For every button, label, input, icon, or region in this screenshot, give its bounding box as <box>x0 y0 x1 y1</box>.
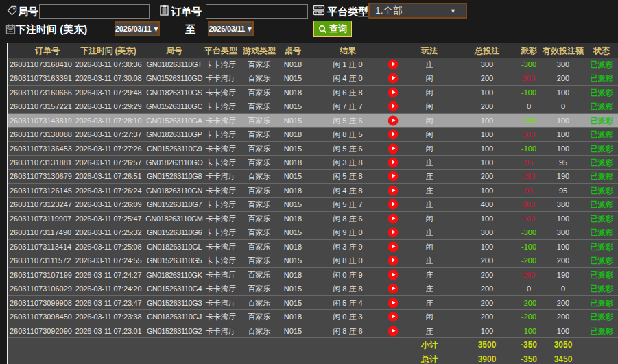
cell-bet: 200 <box>481 284 493 293</box>
total-label: 总计 <box>421 353 438 364</box>
cell-round: GN015263110G4 <box>147 284 202 293</box>
cell-order: 260311073092090 <box>10 327 72 335</box>
cell-bet: 200 <box>481 313 493 321</box>
cell-play: 闲 <box>426 143 433 154</box>
header-payout: 派彩 <box>521 45 537 56</box>
cell-round: GN018263110GK <box>146 271 202 279</box>
play-video-icon[interactable] <box>388 130 399 140</box>
cell-bet: 200 <box>481 271 493 279</box>
play-video-icon[interactable] <box>388 269 399 280</box>
platform-select[interactable]: 1.全部 ▼ <box>368 3 467 19</box>
cell-bet: 400 <box>481 200 493 208</box>
play-video-icon[interactable] <box>388 171 399 182</box>
cell-table-no: N015 <box>284 284 302 293</box>
play-video-icon[interactable] <box>388 101 399 112</box>
table-row[interactable]: 2603110731174902026-03-11 07:25:32GN0152… <box>8 226 618 240</box>
cell-result: 闲 0 庄 9 <box>333 269 362 280</box>
cell-platform: 卡卡湾厅 <box>206 312 236 322</box>
cell-table-no: N015 <box>284 117 302 125</box>
play-video-icon[interactable] <box>388 185 399 195</box>
table-row[interactable]: 2603110731684102026-03-11 07:30:36GN0182… <box>8 58 618 71</box>
play-video-icon[interactable] <box>388 241 399 252</box>
cell-game: 百家乐 <box>248 256 271 266</box>
cell-order: 260311073138088 <box>10 130 72 138</box>
cell-valid: 0 <box>561 284 565 293</box>
table-row[interactable]: 2603110731199072026-03-11 07:25:47GN0182… <box>8 212 618 226</box>
cell-game: 百家乐 <box>248 73 271 84</box>
play-video-icon[interactable] <box>388 199 399 210</box>
cell-game: 百家乐 <box>248 59 271 69</box>
header-play: 玩法 <box>421 45 438 56</box>
cell-result: 闲 5 庄 6 <box>333 143 362 154</box>
cell-play: 庄 <box>426 269 433 280</box>
header-game: 游戏类型 <box>243 45 276 56</box>
table-row[interactable]: 2603110731438192026-03-11 07:28:10GN0152… <box>8 114 618 128</box>
cell-order: 260311073117490 <box>10 228 71 236</box>
play-video-icon[interactable] <box>388 87 399 97</box>
cell-order: 260311073098450 <box>10 313 72 321</box>
cell-table-no: N015 <box>284 102 302 110</box>
table-row[interactable]: 2603110731071992026-03-11 07:24:27GN0182… <box>8 268 618 282</box>
date-from-picker[interactable]: 2026/03/11▼ <box>115 21 160 36</box>
cell-table-no: N018 <box>284 243 302 251</box>
play-video-icon[interactable] <box>388 143 399 154</box>
round-input[interactable] <box>39 4 150 19</box>
cell-round: GN015263110G5 <box>147 256 202 265</box>
play-video-icon[interactable] <box>388 228 399 238</box>
play-video-icon[interactable] <box>388 326 399 336</box>
cell-game: 百家乐 <box>248 130 271 140</box>
cell-order: 260311073106029 <box>10 284 72 293</box>
cell-result: 闲 3 庄 8 <box>333 158 362 168</box>
play-video-icon[interactable] <box>388 213 399 223</box>
cell-table-no: N015 <box>284 145 302 153</box>
table-row[interactable]: 2603110731572212026-03-11 07:29:29GN0152… <box>8 99 618 113</box>
cell-valid: 200 <box>557 313 569 321</box>
cell-result: 闲 5 庄 8 <box>333 171 362 182</box>
search-button[interactable]: 查询 <box>313 21 352 37</box>
play-video-icon[interactable] <box>388 312 399 322</box>
cell-time: 2026-03-11 07:28:10 <box>75 117 142 125</box>
cell-platform: 卡卡湾厅 <box>206 143 236 154</box>
table-row[interactable]: 2603110731232472026-03-11 07:26:09GN0152… <box>8 198 618 212</box>
cell-play: 闲 <box>426 87 433 97</box>
cell-order: 260311073143819 <box>10 117 72 125</box>
table-row[interactable]: 2603110730920902026-03-11 07:23:01GN0152… <box>8 324 618 338</box>
cell-round: GN015263110G9 <box>147 145 202 153</box>
play-video-icon[interactable] <box>388 284 399 294</box>
play-video-icon[interactable] <box>388 59 399 69</box>
table-row[interactable]: 2603110730999082026-03-11 07:23:47GN0152… <box>8 296 618 310</box>
play-video-icon[interactable] <box>388 115 399 125</box>
play-video-icon[interactable] <box>388 298 399 308</box>
date-to-picker[interactable]: 2026/03/11▼ <box>208 21 254 36</box>
cell-bet: 100 <box>481 88 493 97</box>
cell-result: 闲 8 庄 8 <box>333 284 362 294</box>
cell-round: GN015263110GD <box>146 74 202 82</box>
table-row[interactable]: 2603110731380882026-03-11 07:27:37GN0182… <box>8 128 618 141</box>
cell-time: 2026-03-11 07:30:36 <box>75 60 142 69</box>
cell-play: 闲 <box>426 312 433 322</box>
order-input[interactable] <box>206 4 308 19</box>
cell-platform: 卡卡湾厅 <box>206 59 236 69</box>
play-video-icon[interactable] <box>388 158 399 168</box>
table-row[interactable]: 2603110731606662026-03-11 07:29:48GN0182… <box>8 86 618 99</box>
table-row[interactable]: 2603110731364532026-03-11 07:27:26GN0152… <box>8 142 618 156</box>
cell-table-no: N015 <box>284 299 302 307</box>
table-row[interactable]: 2603110731134142026-03-11 07:25:08GN0182… <box>8 240 618 254</box>
table-row[interactable]: 2603110731318812026-03-11 07:26:57GN0182… <box>8 156 618 169</box>
cell-play: 闲 <box>426 241 433 252</box>
cell-bet: 200 <box>481 102 493 110</box>
table-row[interactable]: 2603110731115722026-03-11 07:24:55GN0152… <box>8 254 618 268</box>
play-video-icon[interactable] <box>388 73 399 84</box>
cell-result: 闲 8 庄 0 <box>333 256 362 266</box>
cell-result: 闲 3 庄 9 <box>333 241 362 252</box>
table-row[interactable]: 2603110731060292026-03-11 07:24:20GN0152… <box>8 282 618 296</box>
table-row[interactable]: 2603110731261452026-03-11 07:26:24GN0182… <box>8 184 618 197</box>
cell-bet: 200 <box>481 256 493 265</box>
cell-play: 庄 <box>426 185 433 195</box>
cell-platform: 卡卡湾厅 <box>206 256 236 266</box>
table-row[interactable]: 2603110730984502026-03-11 07:23:38GN0182… <box>8 310 618 324</box>
play-video-icon[interactable] <box>388 256 399 266</box>
cell-status: 已派彩 <box>591 101 613 112</box>
table-row[interactable]: 2603110731306792026-03-11 07:26:51GN0152… <box>8 170 618 184</box>
table-row[interactable]: 2603110731633912026-03-11 07:30:08GN0152… <box>8 71 618 85</box>
